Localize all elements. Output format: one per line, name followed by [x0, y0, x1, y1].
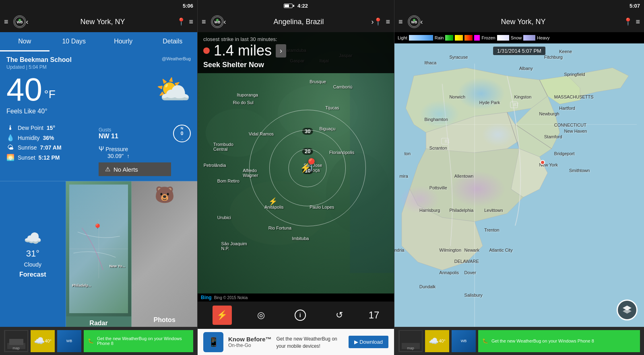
ad-thumb-1: map	[4, 330, 28, 352]
lightning-alert-banner: closest strike in last 30 minutes: 1.4 m…	[198, 32, 394, 73]
compass: N 0 →	[173, 125, 191, 142]
location-pin-icon-3[interactable]: 📍	[623, 17, 632, 26]
list-icon-1[interactable]: ≡	[189, 18, 193, 26]
lightning-tab-button[interactable]: ⚡	[213, 306, 232, 325]
rc-mira: mira	[399, 174, 408, 179]
city-rio-do-sul: Rio do Sul	[233, 100, 254, 105]
radar-map-container[interactable]: 87 81 Ithaca Syracuse Saratoga Albany Fi…	[394, 43, 644, 327]
alert-distance-value: 1.4	[214, 42, 234, 59]
sunset-icon: 🌅	[6, 154, 14, 161]
alert-dot	[203, 47, 210, 54]
download-button[interactable]: ▶ Download	[349, 336, 388, 348]
ad-promo-icon-1: 🐛	[88, 338, 94, 344]
tab-10days[interactable]: 10 Days	[50, 32, 99, 51]
weather-cards-row: ☁️ 31° Cloudy Forecast	[0, 181, 197, 327]
weatherbug-logo-1: WB	[13, 15, 26, 28]
alert-next-button[interactable]: ›	[276, 44, 286, 57]
info-tab-button[interactable]: i	[291, 306, 310, 325]
tab-hourly[interactable]: Hourly	[99, 32, 148, 51]
rc-andria: ndria	[394, 248, 404, 252]
ad-bar-1: map ☁️ 40° WB 🐛 Get the new WeatherBug o…	[0, 327, 197, 355]
location-label-3: New York, NY	[423, 18, 624, 26]
rc-levittown: Levittown	[484, 208, 503, 213]
ad-promo-3[interactable]: 🐛 Get the new WeatherBug on your Windows…	[478, 330, 640, 352]
legend-snow-bar	[523, 35, 535, 41]
ad-promo-1[interactable]: 🐛 Get the new WeatherBug on your Windows…	[84, 330, 193, 352]
rc-syracuse: Syracuse	[449, 55, 468, 60]
ad-promo-text-3: Get the new WeatherBug on your Windows P…	[491, 339, 594, 343]
weatherbug-logo-3: WB	[408, 15, 421, 28]
photos-card[interactable]: 🐻 Photos	[132, 181, 197, 327]
menu-icon-1[interactable]: ≡	[4, 18, 8, 26]
sunrise-value: 7:07 AM	[40, 144, 61, 151]
tab-now[interactable]: Now	[0, 32, 50, 51]
ad-promo-text-1: Get the new WeatherBug on your Windows P…	[97, 336, 189, 346]
lightning-toolbar: ⚡ ◎ i ↺ 17	[198, 302, 394, 329]
city-brusque: Brusque	[310, 79, 326, 84]
weatherbug-logo-2: WB	[211, 15, 224, 28]
lightning-map: closest strike in last 30 minutes: 1.4 m…	[198, 32, 394, 293]
alert-unit: miles	[238, 42, 272, 59]
gusts-label: Gusts	[99, 127, 118, 133]
forecast-title: Forecast	[19, 271, 46, 278]
rc-bridgeport: Bridgeport	[554, 151, 575, 156]
rc-harrisburg2: ton	[405, 151, 411, 156]
status-time-3: 5:07	[630, 3, 640, 9]
svg-point-2	[19, 19, 21, 21]
radar-card[interactable]: 📍 New Yo... Philadelp... Radar	[66, 181, 132, 327]
rc-dundalk: Dundalk	[419, 284, 436, 289]
refresh-tab-button[interactable]: ↺	[330, 306, 349, 325]
gusts-info: Gusts NW 11	[99, 127, 118, 140]
legend-light-label: Light	[398, 35, 407, 40]
alert-icon: ⚠	[105, 166, 110, 173]
header-left-2: ≡ WB	[202, 15, 224, 28]
ad-thumb-wb-3: WB	[452, 330, 476, 352]
legend-snow-label: Snow	[511, 35, 522, 40]
location-label-1: New York, NY	[29, 18, 177, 26]
lightning-bolt-icon: ⚡	[217, 310, 227, 320]
rc-scranton: Scranton	[429, 146, 447, 150]
ad-app-icon-img: 📱	[208, 337, 219, 347]
status-time-2: 4:22	[297, 3, 308, 9]
philly-label: Philadelp...	[72, 283, 91, 287]
header-right-1: 📍 ≡	[177, 17, 193, 26]
radar-layers-button[interactable]	[617, 300, 638, 320]
list-icon-3[interactable]: ≡	[636, 18, 640, 26]
radar-title: Radar	[89, 320, 107, 327]
weatherbug-brand: @WeatherBug	[162, 56, 191, 61]
rc-kingston: Kingston	[514, 94, 532, 99]
bear-icon: 🐻	[155, 185, 175, 204]
header-right-2: 📍 ≡	[374, 17, 390, 26]
ad-thumb-wb: WB	[57, 330, 81, 352]
location-tab-button[interactable]: ◎	[252, 306, 271, 325]
menu-icon-3[interactable]: ≡	[398, 18, 403, 26]
rc-allentown: Allentown	[454, 174, 474, 179]
forecast-card[interactable]: ☁️ 31° Cloudy Forecast	[0, 181, 66, 327]
legend-red-bar	[464, 35, 473, 41]
pressure-row: Ψ Pressure 30.09" ↑	[99, 144, 191, 161]
rc-philadelphia: Philadelphia	[449, 208, 473, 213]
legend-green-bar	[445, 35, 453, 41]
legend-heavy-label: Heavy	[537, 35, 549, 40]
feels-like: Feels Like 40°	[6, 108, 191, 115]
header-right-3: 📍 ≡	[623, 17, 640, 26]
menu-icon-2[interactable]: ≡	[202, 18, 206, 26]
location-label-2: Angelina, Brazil	[226, 18, 372, 26]
list-icon-2[interactable]: ≡	[386, 18, 390, 26]
weather-icon-main: ⛅	[156, 73, 191, 106]
alerts-label: No Alerts	[114, 166, 138, 173]
forecast-temp: 31°	[26, 248, 39, 259]
location-pin-icon-2[interactable]: 📍	[374, 17, 382, 26]
lightning-panel: 4:22 ≡ WB ‹ Angelina, Brazil › 📍 ≡	[197, 0, 394, 355]
status-time-1: 5:06	[183, 3, 193, 9]
bing-footer: Bing Bing © 2015 Nokia	[198, 293, 394, 302]
location-pin-icon-1[interactable]: 📍	[177, 17, 186, 26]
city-rio-fortuna: Rio Fortuna	[268, 226, 291, 230]
app-header-3: ≡ WB ‹ New York, NY 📍 ≡	[394, 11, 644, 32]
weather-main: The Beekman School Updated | 5:04 PM @We…	[0, 51, 197, 181]
rc-salisbury: Salisbury	[464, 293, 483, 298]
alerts-button[interactable]: ⚠ No Alerts	[99, 162, 171, 176]
tab-details[interactable]: Details	[148, 32, 198, 51]
lightning-count: 17	[369, 310, 380, 321]
rc-wilmington: Wilmington	[440, 248, 461, 252]
